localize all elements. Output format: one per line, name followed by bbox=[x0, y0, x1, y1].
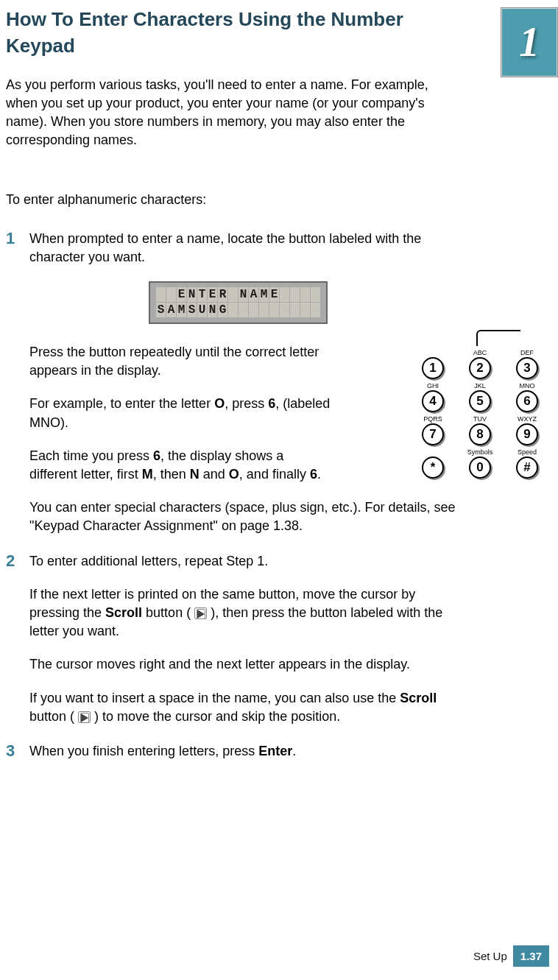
step-1-text-2c: Each time you press 6, the display shows… bbox=[29, 447, 331, 484]
step-1-text-2a: Press the button repeatedly until the co… bbox=[29, 343, 331, 380]
keypad-button: * bbox=[422, 456, 444, 479]
lcd-cell: M bbox=[177, 303, 186, 317]
chapter-number: 1 bbox=[519, 13, 540, 71]
page-title: How To Enter Characters Using the Number… bbox=[6, 6, 462, 60]
keypad-button: 2 bbox=[469, 357, 491, 379]
keypad-cell: JKL5 bbox=[462, 382, 498, 412]
keypad-label: TUV bbox=[473, 415, 487, 423]
keypad-cell: ABC2 bbox=[462, 349, 498, 379]
keypad-cell: * bbox=[414, 448, 451, 479]
lcd-cell bbox=[166, 287, 176, 302]
lcd-cell: E bbox=[269, 287, 279, 302]
lcd-cell: U bbox=[197, 303, 207, 317]
keypad-cell: Speed# bbox=[509, 448, 545, 479]
keypad-button: 9 bbox=[516, 423, 538, 445]
lcd-cell bbox=[300, 303, 310, 317]
keypad-cell: TUV8 bbox=[462, 415, 498, 445]
step-1: 1 When prompted to enter a name, locate … bbox=[6, 230, 549, 536]
keypad-label: GHI bbox=[427, 382, 439, 390]
lcd-cell: A bbox=[249, 287, 258, 302]
footer-section: Set Up bbox=[467, 945, 513, 967]
keypad-label: JKL bbox=[474, 382, 486, 390]
lcd-cell bbox=[290, 287, 300, 302]
keypad-cell: DEF3 bbox=[509, 349, 545, 379]
lcd-cell bbox=[280, 287, 289, 302]
chapter-tab: 1 bbox=[501, 7, 558, 77]
keypad-label: Speed bbox=[518, 448, 537, 456]
lcd-cell bbox=[311, 303, 320, 317]
lcd-cell: N bbox=[239, 287, 248, 302]
keypad-label: Symbols bbox=[467, 448, 493, 456]
lcd-cell: E bbox=[208, 287, 217, 302]
lcd-cell: G bbox=[218, 303, 227, 317]
scroll-right-icon bbox=[78, 711, 91, 723]
handset-cable-icon bbox=[476, 330, 520, 346]
keypad-label: DEF bbox=[520, 349, 534, 357]
lcd-cell bbox=[269, 303, 279, 317]
keypad-cell: Symbols0 bbox=[462, 448, 498, 479]
lcd-cell bbox=[311, 287, 320, 302]
keypad-figure: 1ABC2DEF3GHI4JKL5MNO6PQRS7TUV8WXYZ9*Symb… bbox=[414, 330, 546, 479]
step-2-text-3: The cursor moves right and the next lett… bbox=[29, 655, 464, 674]
keypad-label: PQRS bbox=[423, 415, 442, 423]
keypad-button: # bbox=[516, 456, 538, 479]
lcd-cell: E bbox=[177, 287, 186, 302]
step-3: 3 When you finish entering letters, pres… bbox=[6, 742, 549, 761]
lcd-cell bbox=[290, 303, 300, 317]
keypad-label: MNO bbox=[520, 382, 535, 390]
lcd-cell: N bbox=[208, 303, 217, 317]
scroll-right-icon bbox=[194, 607, 207, 619]
keypad-button: 5 bbox=[469, 390, 491, 412]
lcd-display: ENTERNAME SAMSUNG bbox=[149, 281, 549, 324]
step-1-text-1: When prompted to enter a name, locate th… bbox=[29, 230, 464, 267]
lcd-cell bbox=[239, 303, 248, 317]
keypad-button: 7 bbox=[422, 423, 444, 445]
lcd-cell bbox=[228, 287, 238, 302]
step-2: 2 To enter additional letters, repeat St… bbox=[6, 552, 549, 726]
lead-paragraph: To enter alphanumeric characters: bbox=[6, 191, 549, 209]
lcd-cell bbox=[259, 303, 269, 317]
keypad-button: 8 bbox=[469, 423, 491, 445]
keypad-button: 1 bbox=[422, 357, 444, 379]
lcd-cell: S bbox=[156, 303, 166, 317]
footer-page-number: 1.37 bbox=[513, 945, 549, 967]
keypad-cell: WXYZ9 bbox=[509, 415, 545, 445]
keypad-cell: GHI4 bbox=[414, 382, 451, 412]
keypad-button: 4 bbox=[422, 390, 444, 412]
keypad-label: ABC bbox=[473, 349, 487, 357]
lcd-cell bbox=[156, 287, 166, 302]
lcd-cell: M bbox=[259, 287, 269, 302]
lcd-cell bbox=[249, 303, 258, 317]
keypad-label: WXYZ bbox=[518, 415, 537, 423]
lcd-cell bbox=[280, 303, 289, 317]
step-3-text-1: When you finish entering letters, press … bbox=[29, 742, 464, 761]
step-2-text-1: To enter additional letters, repeat Step… bbox=[29, 552, 464, 571]
step-2-text-2: If the next letter is printed on the sam… bbox=[29, 585, 464, 641]
lcd-cell bbox=[300, 287, 310, 302]
keypad-cell: 1 bbox=[414, 349, 451, 379]
lcd-cell: A bbox=[166, 303, 176, 317]
step-number: 3 bbox=[6, 740, 15, 763]
lcd-cell: T bbox=[197, 287, 207, 302]
step-2-text-4: If you want to insert a space in the nam… bbox=[29, 689, 464, 726]
step-1-text-3: You can enter special characters (space,… bbox=[29, 498, 464, 535]
lcd-cell: S bbox=[187, 303, 197, 317]
keypad-button: 6 bbox=[516, 390, 538, 412]
lcd-cell: N bbox=[187, 287, 197, 302]
keypad-cell: MNO6 bbox=[509, 382, 545, 412]
lcd-cell bbox=[228, 303, 238, 317]
step-number: 2 bbox=[6, 550, 15, 573]
step-1-text-2b: For example, to enter the letter O, pres… bbox=[29, 395, 331, 431]
keypad-button: 3 bbox=[516, 357, 538, 379]
step-number: 1 bbox=[6, 228, 15, 250]
keypad-cell: PQRS7 bbox=[414, 415, 451, 445]
keypad-button: 0 bbox=[469, 456, 491, 479]
lcd-cell: R bbox=[218, 287, 227, 302]
page-footer: Set Up 1.37 bbox=[467, 945, 549, 967]
intro-paragraph: As you perform various tasks, you'll nee… bbox=[6, 76, 462, 150]
